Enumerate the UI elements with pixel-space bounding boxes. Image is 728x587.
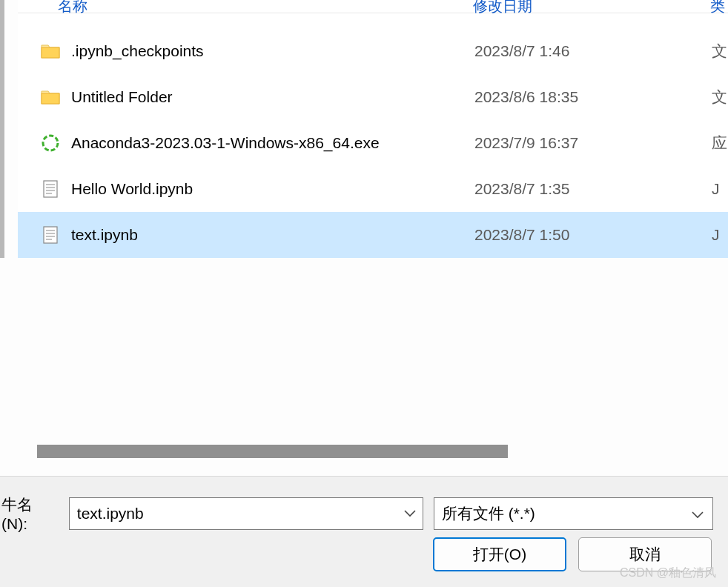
filename-input-wrap: [69, 497, 423, 530]
file-type-filter[interactable]: 所有文件 (*.*): [434, 497, 713, 530]
file-name: text.ipynb: [71, 226, 474, 244]
file-type: J: [712, 180, 720, 198]
file-date: 2023/8/7 1:50: [474, 226, 712, 244]
file-row[interactable]: .ipynb_checkpoints2023/8/7 1:46文: [18, 28, 728, 74]
file-name: .ipynb_checkpoints: [71, 42, 474, 60]
file-row[interactable]: Anaconda3-2023.03-1-Windows-x86_64.exe20…: [18, 120, 728, 166]
file-list: .ipynb_checkpoints2023/8/7 1:46文Untitled…: [18, 13, 728, 258]
file-date: 2023/8/6 18:35: [474, 88, 712, 106]
file-name: Anaconda3-2023.03-1-Windows-x86_64.exe: [71, 134, 474, 152]
svg-rect-1: [42, 93, 59, 104]
notebook-icon: [40, 179, 61, 199]
column-header-date[interactable]: 修改日期: [473, 0, 710, 16]
left-border-strip: [0, 0, 4, 258]
column-headers: 名称 修改日期 类: [18, 0, 728, 13]
file-date: 2023/7/9 16:37: [474, 134, 712, 152]
svg-rect-0: [42, 47, 59, 58]
chevron-down-icon: [692, 505, 704, 523]
folder-icon: [40, 41, 61, 62]
svg-point-2: [43, 136, 58, 150]
file-type: 应: [712, 133, 727, 153]
folder-icon: [40, 87, 61, 107]
file-row[interactable]: text.ipynb2023/8/7 1:50J: [18, 212, 728, 258]
svg-rect-8: [44, 227, 57, 243]
horizontal-scrollbar[interactable]: [37, 445, 508, 458]
file-date: 2023/8/7 1:35: [474, 180, 712, 198]
filter-value: 所有文件 (*.*): [442, 503, 535, 524]
column-header-type[interactable]: 类: [710, 0, 725, 16]
column-header-name[interactable]: 名称: [58, 0, 473, 16]
file-name: Untitled Folder: [71, 88, 474, 106]
notebook-icon: [40, 225, 61, 245]
file-list-panel: 名称 修改日期 类 .ipynb_checkpoints2023/8/7 1:4…: [18, 0, 728, 258]
file-type: 文: [712, 87, 727, 107]
svg-rect-3: [44, 181, 57, 197]
filename-label: 牛名(N):: [0, 494, 59, 533]
watermark: CSDN @釉色清风: [620, 566, 716, 581]
filename-input[interactable]: [69, 497, 423, 530]
bottom-panel: 牛名(N): 所有文件 (*.*) 打开(O) 取消: [0, 476, 728, 587]
file-date: 2023/8/7 1:46: [474, 42, 712, 60]
file-row[interactable]: Hello World.ipynb2023/8/7 1:35J: [18, 166, 728, 212]
file-type: 文: [712, 41, 727, 62]
file-type: J: [712, 226, 720, 244]
filename-row: 牛名(N): 所有文件 (*.*): [0, 494, 713, 533]
open-button[interactable]: 打开(O): [433, 537, 566, 571]
file-row[interactable]: Untitled Folder2023/8/6 18:35文: [18, 74, 728, 120]
file-name: Hello World.ipynb: [71, 180, 474, 198]
anaconda-icon: [40, 133, 61, 153]
